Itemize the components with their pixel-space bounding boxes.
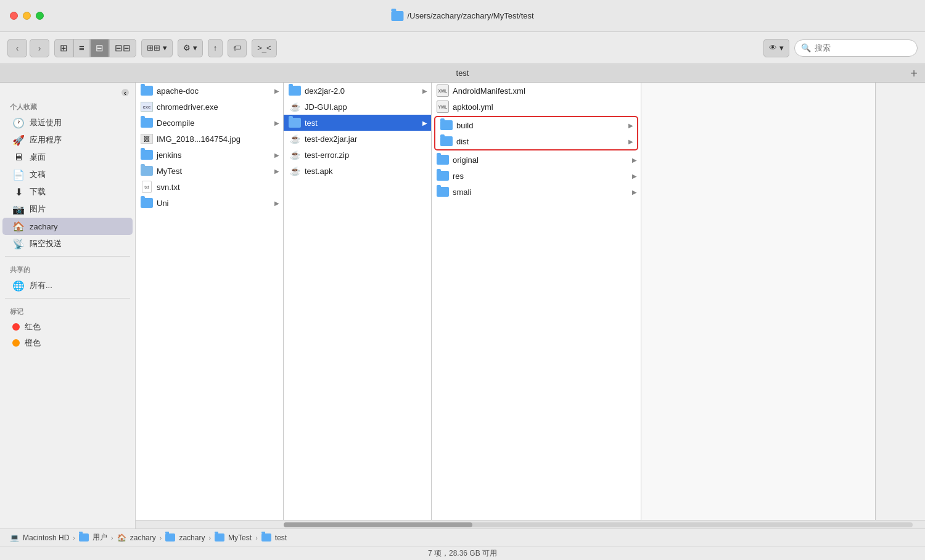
sidebar: ‹ 个人收藏 🕐 最近使用 🚀 应用程序 🖥 桌面 📄 文稿 ⬇ 下载 📷 图片 [0,83,136,529]
fullscreen-button[interactable] [36,12,44,20]
sidebar-item-recent[interactable]: 🕐 最近使用 [2,114,133,131]
col2-item-test-label: test [305,118,318,128]
col1-item-svn[interactable]: txt svn.txt [136,179,283,195]
breadcrumb-users[interactable]: 用户 [92,532,107,543]
sidebar-item-downloads[interactable]: ⬇ 下载 [2,183,133,200]
highlighted-region: build ▶ dist ▶ [434,116,638,150]
column-1: apache-doc ▶ exe chromedriver.exe Decomp… [136,83,284,520]
col1-item-apache-doc[interactable]: apache-doc ▶ [136,83,283,99]
col2-item-dex2jar[interactable]: dex2jar-2.0 ▶ [284,83,431,99]
view-icon-button[interactable]: ⊞ [54,39,73,57]
col3-item-original[interactable]: original ▶ [432,152,641,168]
xml-icon: XML [437,86,449,96]
folder-icon [141,198,153,208]
back-button[interactable]: ‹ [7,39,27,57]
tab-add-button[interactable]: + [910,67,918,80]
breadcrumb-hd[interactable]: Macintosh HD [23,533,69,542]
breadcrumb-sep-4: › [208,534,211,541]
col3-item-dist[interactable]: dist ▶ [435,133,637,149]
zip-icon: ☕ [289,150,301,160]
share-button[interactable]: ↑ [208,39,223,57]
col2-item-test[interactable]: test ▶ [284,115,431,131]
folder-icon [141,166,153,176]
view-list-button[interactable]: ≡ [73,39,90,57]
col3-item-smali-label: smali [453,187,471,197]
breadcrumb-mytest[interactable]: MyTest [228,533,252,542]
column-3: XML AndroidManifest.xml YML apktool.yml … [432,83,641,520]
chevron-right-icon: ▶ [628,122,633,129]
sidebar-item-tag-red[interactable]: 红色 [2,319,133,335]
col2-item-testerror[interactable]: ☕ test-error.zip [284,147,431,163]
col2-item-testapk[interactable]: ☕ test.apk [284,163,431,179]
folder-icon [437,171,449,181]
sidebar-item-pictures[interactable]: 📷 图片 [2,200,133,218]
col3-item-res-label: res [453,171,464,181]
breadcrumb-sep-5: › [255,534,258,541]
horizontal-scrollbar[interactable] [136,520,925,529]
tab-title: test [456,68,469,78]
forward-button[interactable]: › [30,39,49,57]
col1-item-chromedriver[interactable]: exe chromedriver.exe [136,99,283,115]
sidebar-item-apps[interactable]: 🚀 应用程序 [2,131,133,149]
tag-button[interactable]: 🏷 [228,39,247,57]
status-text: 7 项，28.36 GB 可用 [0,546,925,560]
share-icon: ↑ [213,43,218,52]
titlebar-path: /Users/zachary/zachary/MyTest/test [391,11,533,21]
col1-item-mytest-label: MyTest [157,167,182,176]
col3-item-apktool[interactable]: YML apktool.yml [432,99,641,115]
folder-icon [440,120,453,130]
sidebar-item-network[interactable]: 🌐 所有... [2,277,133,294]
col1-item-apache-doc-label: apache-doc [157,86,199,96]
col3-item-smali[interactable]: smali ▶ [432,184,641,200]
col3-item-androidmanifest[interactable]: XML AndroidManifest.xml [432,83,641,99]
chevron-right-icon: ▶ [274,120,279,126]
ql-chevron: ▾ [779,43,784,52]
apk-icon: ☕ [289,166,301,176]
col2-item-testapk-label: test.apk [305,167,333,176]
sidebar-item-tag-orange[interactable]: 橙色 [2,335,133,351]
col3-item-build[interactable]: build ▶ [435,117,637,133]
breadcrumb-zachary2[interactable]: zachary [179,533,205,542]
column-2: dex2jar-2.0 ▶ ☕ JD-GUI.app test ▶ [284,83,432,520]
settings-chevron: ▾ [193,43,197,52]
breadcrumb-test[interactable]: test [275,533,287,542]
chevron-right-icon: ▶ [422,88,427,94]
exe-icon: exe [141,102,153,112]
col1-item-mytest[interactable]: MyTest ▶ [136,163,283,179]
arrange-button[interactable]: ⊞⊞ ▾ [141,39,173,57]
col2-item-jdgui[interactable]: ☕ JD-GUI.app [284,99,431,115]
sidebar-item-tag-orange-label: 橙色 [25,337,41,348]
sidebar-item-airdrop[interactable]: 📡 隔空投送 [2,235,133,252]
breadcrumb-sep-3: › [160,534,162,541]
sidebar-collapse-button[interactable]: ‹ [121,89,129,96]
col1-item-uni[interactable]: Uni ▶ [136,195,283,211]
sidebar-item-tag-red-label: 红色 [25,321,41,332]
sidebar-item-zachary[interactable]: 🏠 zachary [2,218,133,235]
sidebar-item-docs[interactable]: 📄 文稿 [2,166,133,183]
col1-item-decompile[interactable]: Decompile ▶ [136,115,283,131]
view-gallery-button[interactable]: ⊟⊟ [109,39,136,57]
sidebar-item-downloads-label: 下载 [30,186,46,197]
chevron-right-icon: ▶ [274,168,279,175]
yml-icon: YML [437,102,449,112]
col3-item-res[interactable]: res ▶ [432,168,641,184]
search-box[interactable]: 🔍 [794,39,918,57]
col2-item-testdex2jar[interactable]: ☕ test-dex2jar.jar [284,131,431,147]
sidebar-item-apps-label: 应用程序 [30,134,62,146]
sidebar-item-network-label: 所有... [30,280,52,291]
col2-item-testerror-label: test-error.zip [305,150,349,160]
terminal-button[interactable]: >_< [252,39,276,57]
col1-item-img[interactable]: 🖼 IMG_2018...164754.jpg [136,131,283,147]
breadcrumb-zachary1[interactable]: zachary [130,533,156,542]
sidebar-item-desktop[interactable]: 🖥 桌面 [2,149,133,166]
gear-icon: ⚙ [183,43,191,52]
close-button[interactable] [10,12,18,20]
ql-button[interactable]: 👁 ▾ [763,39,789,57]
scrollbar-thumb[interactable] [284,522,472,527]
search-input[interactable] [815,43,901,52]
settings-button[interactable]: ⚙ ▾ [178,39,203,57]
view-column-button[interactable]: ⊟ [90,39,109,57]
col1-item-jenkins[interactable]: jenkins ▶ [136,147,283,163]
col1-item-svn-label: svn.txt [157,183,180,192]
minimize-button[interactable] [23,12,31,20]
